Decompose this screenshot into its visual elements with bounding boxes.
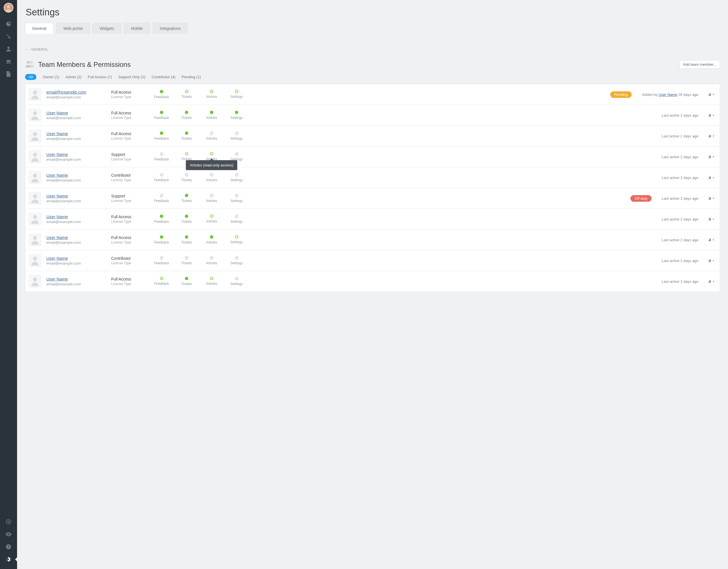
perm-settings[interactable]: Settings xyxy=(228,256,245,265)
perm-tickets[interactable]: Tickets xyxy=(178,256,195,265)
nav-people-icon[interactable] xyxy=(0,43,17,55)
member-meta: Last active 2 days ago xyxy=(662,279,698,283)
perm-tickets[interactable]: Tickets xyxy=(178,90,195,99)
nav-inbox-icon[interactable] xyxy=(0,55,17,68)
svg-point-3 xyxy=(7,47,10,49)
svg-line-46 xyxy=(186,257,188,259)
member-identity: User Nameemail@example.com xyxy=(46,173,106,182)
row-actions-button[interactable]: ▼ xyxy=(708,113,715,117)
perm-feedback[interactable]: Feedback xyxy=(153,235,170,244)
member-role: Full AccessLicense Type xyxy=(111,214,148,223)
breadcrumb-link[interactable]: GENERAL xyxy=(31,47,48,51)
filter-admin[interactable]: Admin (2) xyxy=(65,75,81,79)
status-badge: Off duty xyxy=(630,195,651,202)
filter-contributor[interactable]: Contributor (4) xyxy=(152,75,175,79)
tab-general[interactable]: General xyxy=(25,23,53,34)
perm-articles[interactable]: ArticlesArticles (read-only access) xyxy=(203,152,220,161)
row-actions-button[interactable]: ▼ xyxy=(708,155,715,159)
svg-point-17 xyxy=(33,153,37,157)
member-name-link[interactable]: User Name xyxy=(46,235,106,240)
breadcrumb[interactable]: ← GENERAL xyxy=(25,47,720,51)
add-team-member-button[interactable]: Add team member... xyxy=(679,60,720,69)
perm-articles[interactable]: Articles xyxy=(203,173,220,182)
row-actions-button[interactable]: ▼ xyxy=(708,258,715,263)
perm-articles[interactable]: Articles xyxy=(203,277,220,286)
member-name-link[interactable]: User Name xyxy=(46,214,106,219)
member-meta: Last active 2 days ago xyxy=(662,238,698,242)
row-actions-button[interactable]: ▼ xyxy=(708,134,715,138)
perm-articles[interactable]: Articles xyxy=(203,111,220,120)
svg-line-48 xyxy=(211,257,213,259)
nav-intelligence-icon[interactable] xyxy=(0,30,17,43)
perm-feedback[interactable]: Feedback xyxy=(153,214,170,223)
tab-mobile[interactable]: Mobile xyxy=(124,23,150,34)
row-actions-button[interactable]: ▼ xyxy=(708,217,715,221)
row-actions-button[interactable]: ▼ xyxy=(708,279,715,283)
perm-feedback[interactable]: Feedback xyxy=(153,90,170,99)
perm-articles[interactable]: Articles xyxy=(203,256,220,265)
perm-articles[interactable]: Articles xyxy=(203,90,220,99)
table-row: email@example.comemail@example.comFull A… xyxy=(25,84,720,105)
perm-articles[interactable]: Articles xyxy=(203,131,220,140)
perm-tickets[interactable]: Tickets xyxy=(178,214,195,223)
permissions: FeedbackTicketsArticlesSettings xyxy=(153,173,245,182)
added-by-link[interactable]: User Name xyxy=(659,92,677,97)
perm-tickets[interactable]: Tickets xyxy=(178,194,195,203)
perm-settings[interactable]: Settings xyxy=(228,111,245,120)
perm-feedback[interactable]: Feedback xyxy=(153,131,170,140)
row-actions-button[interactable]: ▼ xyxy=(708,92,715,97)
row-actions-button[interactable]: ▼ xyxy=(708,238,715,242)
tab-widgets[interactable]: Widgets xyxy=(92,23,121,34)
filter-pending[interactable]: Pending (1) xyxy=(182,75,201,79)
filter-support[interactable]: Support Only (2) xyxy=(118,75,145,79)
tab-web-portal[interactable]: Web portal xyxy=(56,23,90,34)
perm-tickets[interactable]: Tickets xyxy=(178,235,195,244)
row-actions-button[interactable]: ▼ xyxy=(708,175,715,180)
perm-feedback[interactable]: Feedback xyxy=(153,194,170,203)
permissions: FeedbackTicketsArticlesArticles (read-on… xyxy=(153,152,245,161)
member-name-link[interactable]: email@example.com xyxy=(46,90,106,94)
tab-integrations[interactable]: Integrations xyxy=(153,23,188,34)
member-name-link[interactable]: User Name xyxy=(46,110,106,115)
perm-feedback[interactable]: Feedback xyxy=(153,256,170,265)
perm-settings[interactable]: Settings xyxy=(228,194,245,203)
perm-settings[interactable]: Settings xyxy=(228,235,245,244)
perm-settings[interactable]: Settings xyxy=(228,131,245,140)
member-name-link[interactable]: User Name xyxy=(46,256,106,260)
member-identity: User Nameemail@example.com xyxy=(46,152,106,162)
perm-feedback[interactable]: Feedback xyxy=(153,152,170,161)
permissions: FeedbackTicketsArticlesSettings xyxy=(153,214,245,223)
perm-tickets[interactable]: Tickets xyxy=(178,173,195,182)
perm-feedback[interactable]: Feedback xyxy=(153,173,170,182)
nav-docs-icon[interactable] xyxy=(0,68,17,80)
member-avatar xyxy=(29,171,41,184)
perm-articles[interactable]: Articles xyxy=(203,214,220,223)
filter-owner[interactable]: Owner (1) xyxy=(43,75,59,79)
perm-settings[interactable]: Settings xyxy=(228,277,245,286)
member-name-link[interactable]: User Name xyxy=(46,276,106,281)
member-name-link[interactable]: User Name xyxy=(46,193,106,198)
perm-settings[interactable]: Settings xyxy=(228,173,245,182)
row-actions-button[interactable]: ▼ xyxy=(708,196,715,200)
perm-settings[interactable]: Settings xyxy=(228,90,245,99)
filter-full[interactable]: Full Access (7) xyxy=(88,75,112,79)
nav-dashboard-icon[interactable] xyxy=(0,18,17,30)
perm-tickets[interactable]: Tickets xyxy=(178,131,195,140)
perm-tickets[interactable]: Tickets xyxy=(178,111,195,120)
perm-feedback[interactable]: Feedback xyxy=(153,277,170,286)
avatar[interactable] xyxy=(4,3,13,13)
table-row: User Nameemail@example.comFull AccessLic… xyxy=(25,229,720,250)
permissions: FeedbackTicketsArticlesSettings xyxy=(153,194,245,203)
member-name-link[interactable]: User Name xyxy=(46,173,106,177)
perm-articles[interactable]: Articles xyxy=(203,235,220,244)
member-name-link[interactable]: User Name xyxy=(46,152,106,157)
member-name-link[interactable]: User Name xyxy=(46,131,106,136)
perm-settings[interactable]: Settings xyxy=(228,214,245,223)
perm-articles[interactable]: Articles xyxy=(203,194,220,203)
member-meta: Last active 2 days ago xyxy=(662,258,698,263)
member-meta: Last active 2 days ago xyxy=(662,175,698,180)
perm-feedback[interactable]: Feedback xyxy=(153,111,170,120)
filter-all[interactable]: All xyxy=(25,74,36,80)
permissions: FeedbackTicketsArticlesSettings xyxy=(153,90,245,99)
perm-tickets[interactable]: Tickets xyxy=(178,277,195,286)
